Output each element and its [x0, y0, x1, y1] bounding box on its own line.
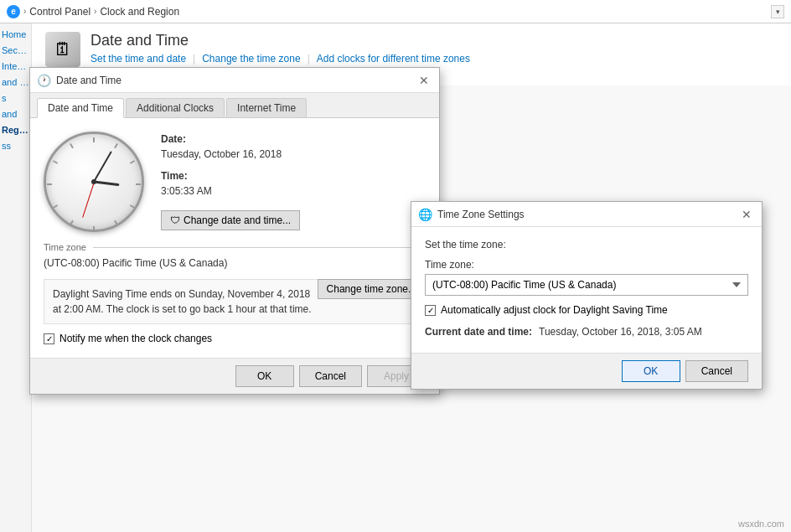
dialog-dt-icon: 🕐	[37, 74, 51, 87]
auto-adjust-row: ✓ Automatically adjust clock for Dayligh…	[425, 304, 748, 316]
dialog-tz-ok-btn[interactable]: OK	[622, 360, 680, 382]
cp-header-info: Date and Time Set the time and date | Ch…	[90, 32, 470, 65]
clock-second-hand	[82, 182, 95, 218]
chevron-icon: ›	[23, 7, 26, 16]
dialog-date-time: 🕐 Date and Time ✕ Date and Time Addition…	[29, 67, 440, 395]
cp-sep1: |	[193, 53, 195, 65]
dialog-tz-titlebar: 🌐 Time Zone Settings ✕	[411, 202, 762, 227]
dialog-dt-tabs: Date and Time Additional Clocks Internet…	[30, 93, 439, 118]
change-tz-btn[interactable]: Change time zone...	[318, 279, 426, 299]
dialog-tz-settings: 🌐 Time Zone Settings ✕ Set the time zone…	[411, 201, 763, 390]
cp-header-title: Date and Time	[90, 32, 470, 49]
change-datetime-btn[interactable]: 🛡 Change date and time...	[161, 210, 300, 230]
sidebar-item-s[interactable]: s	[0, 90, 31, 106]
sidebar-item-ss[interactable]: ss	[0, 138, 31, 153]
dialog-dt-titlebar: 🕐 Date and Time ✕	[30, 68, 439, 93]
chevron2-icon: ›	[94, 7, 96, 16]
tz-select[interactable]: (UTC-08:00) Pacific Time (US & Canada)	[425, 274, 748, 296]
tz-label-row: Time zone	[44, 242, 426, 252]
dialog-tz-cancel-btn[interactable]: Cancel	[685, 360, 748, 382]
cp-link-change-tz[interactable]: Change the time zone	[202, 53, 300, 65]
cp-header-links: Set the time and date | Change the time …	[90, 53, 470, 65]
sidebar-item-region[interactable]: Region	[0, 122, 31, 137]
breadcrumb-cp[interactable]: Control Panel	[29, 6, 90, 18]
breadcrumb-region: Clock and Region	[100, 6, 179, 18]
cp-sep2: |	[308, 53, 310, 65]
current-dt-row: Current date and time: Tuesday, October …	[425, 326, 748, 338]
cp-link-set-time[interactable]: Set the time and date	[90, 53, 186, 65]
cp-header-icon: 🗓	[45, 32, 80, 67]
sidebar-item-home[interactable]: Home	[0, 27, 31, 42]
clock-minute-hand	[93, 151, 112, 182]
tab-internet-time[interactable]: Internet Time	[226, 98, 307, 117]
dialog-tz-icon: 🌐	[418, 208, 432, 221]
dialog-dt-ok-btn[interactable]: OK	[235, 365, 294, 387]
auto-adjust-label: Automatically adjust clock for Daylight …	[441, 304, 668, 316]
shield-icon: 🛡	[170, 214, 180, 226]
sidebar: Home Security Interne and Sou s and Regi…	[0, 23, 32, 532]
dialog-dt-close[interactable]: ✕	[416, 72, 432, 89]
dialog-tz-footer: OK Cancel	[411, 353, 762, 389]
tz-value: (UTC-08:00) Pacific Time (US & Canada)	[44, 257, 426, 269]
auto-adjust-checkbox[interactable]: ✓	[425, 305, 436, 316]
sidebar-item-internet[interactable]: Interne	[0, 59, 31, 74]
tz-section-label: Time zone	[44, 242, 86, 252]
date-value: Tuesday, October 16, 2018	[161, 148, 300, 160]
analog-clock	[44, 132, 144, 232]
tz-field-label: Time zone:	[425, 259, 748, 271]
cp-header: 🗓 Date and Time Set the time and date | …	[45, 32, 778, 67]
tz-divider	[93, 247, 426, 248]
clock-section: Date: Tuesday, October 16, 2018 Time: 3:…	[44, 132, 426, 232]
date-label: Date:	[161, 133, 300, 145]
current-dt-value: Tuesday, October 16, 2018, 3:05 AM	[539, 326, 702, 338]
dialog-tz-close[interactable]: ✕	[738, 206, 755, 223]
cp-globe-icon: e	[7, 5, 20, 18]
address-bar: e › Control Panel › Clock and Region ▾	[0, 0, 791, 23]
dialog-dt-cancel-btn[interactable]: Cancel	[299, 365, 362, 387]
tab-date-time[interactable]: Date and Time	[37, 98, 124, 118]
current-dt-label: Current date and time:	[425, 326, 532, 338]
dialog-dt-title: Date and Time	[56, 75, 411, 86]
sidebar-item-and[interactable]: and	[0, 106, 31, 121]
date-time-info: Date: Tuesday, October 16, 2018 Time: 3:…	[161, 132, 300, 232]
clock-center	[91, 179, 96, 184]
dialog-tz-title: Time Zone Settings	[437, 209, 733, 220]
time-label: Time:	[161, 170, 300, 182]
tz-section: Time zone (UTC-08:00) Pacific Time (US &…	[44, 242, 426, 269]
notify-row: ✓ Notify me when the clock changes	[44, 333, 426, 344]
sidebar-item-security[interactable]: Security	[0, 43, 31, 58]
notify-label: Notify me when the clock changes	[59, 333, 212, 344]
breadcrumb-dropdown[interactable]: ▾	[771, 5, 784, 18]
dialog-dt-footer: OK Cancel Apply	[30, 358, 439, 394]
clock-hour-hand	[94, 181, 119, 187]
dialog-dt-body: Date: Tuesday, October 16, 2018 Time: 3:…	[30, 118, 439, 358]
time-value: 3:05:33 AM	[161, 185, 300, 197]
notify-checkbox[interactable]: ✓	[44, 333, 54, 344]
cp-link-add-clocks[interactable]: Add clocks for different time zones	[317, 53, 470, 65]
tz-set-label: Set the time zone:	[425, 239, 748, 251]
sidebar-item-sound[interactable]: and Sou	[0, 75, 31, 90]
dialog-tz-body: Set the time zone: Time zone: (UTC-08:00…	[411, 227, 762, 353]
tab-additional-clocks[interactable]: Additional Clocks	[126, 98, 225, 117]
watermark: wsxdn.com	[738, 519, 784, 529]
dst-text: Daylight Saving Time ends on Sunday, Nov…	[53, 288, 312, 315]
